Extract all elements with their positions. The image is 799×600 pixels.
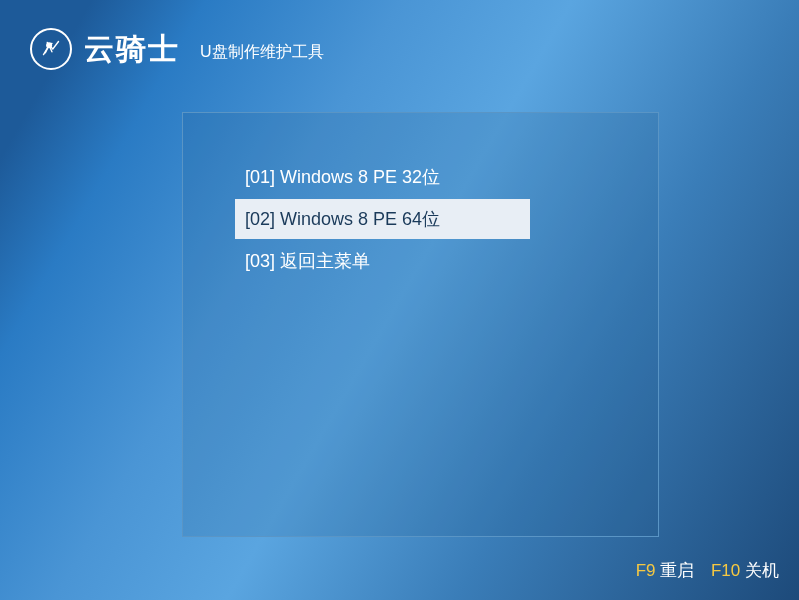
logo-icon [30, 28, 72, 70]
menu-item-win8pe-64[interactable]: [02] Windows 8 PE 64位 [235, 199, 530, 239]
menu-item-win8pe-32[interactable]: [01] Windows 8 PE 32位 [235, 157, 658, 197]
app-header: 云骑士 U盘制作维护工具 [0, 0, 799, 98]
f9-action-label: 重启 [660, 561, 694, 580]
f10-key-label: F10 [711, 561, 740, 580]
f10-action-label: 关机 [745, 561, 779, 580]
logo-text: 云骑士 [84, 29, 180, 70]
app-subtitle: U盘制作维护工具 [200, 42, 324, 63]
boot-menu: [01] Windows 8 PE 32位 [02] Windows 8 PE … [182, 112, 659, 537]
menu-item-return-main[interactable]: [03] 返回主菜单 [235, 241, 658, 281]
footer-shortcuts: F9 重启 F10 关机 [636, 559, 779, 582]
menu-items-list: [01] Windows 8 PE 32位 [02] Windows 8 PE … [183, 113, 658, 281]
f9-key-label: F9 [636, 561, 656, 580]
